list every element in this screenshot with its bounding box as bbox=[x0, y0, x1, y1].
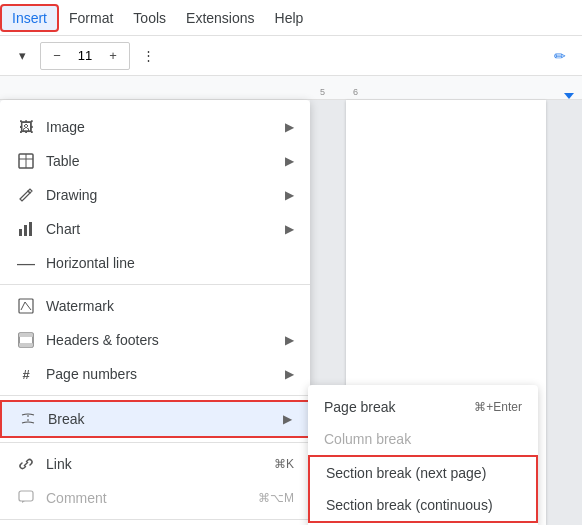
insert-link-label: Link bbox=[46, 456, 274, 472]
image-icon: 🖼 bbox=[16, 117, 36, 137]
menu-extensions[interactable]: Extensions bbox=[176, 6, 264, 30]
break-arrow: ▶ bbox=[283, 412, 292, 426]
insert-break-label: Break bbox=[48, 411, 283, 427]
svg-rect-3 bbox=[19, 229, 22, 236]
insert-chart[interactable]: Chart ▶ bbox=[0, 212, 310, 246]
link-icon bbox=[16, 454, 36, 474]
insert-hline-label: Horizontal line bbox=[46, 255, 294, 271]
svg-line-8 bbox=[25, 302, 31, 310]
insert-section-2: Watermark Headers & footers ▶ # Page num… bbox=[0, 285, 310, 396]
insert-drawing[interactable]: Drawing ▶ bbox=[0, 178, 310, 212]
svg-rect-10 bbox=[19, 333, 33, 337]
insert-section-1: 🖼 Image ▶ Table ▶ bbox=[0, 106, 310, 285]
break-icon bbox=[18, 409, 38, 429]
section-next-label: Section break (next page) bbox=[326, 465, 486, 481]
menu-tools[interactable]: Tools bbox=[123, 6, 176, 30]
break-section-continuous[interactable]: Section break (continuous) bbox=[308, 489, 538, 523]
image-arrow: ▶ bbox=[285, 120, 294, 134]
insert-headers-footers[interactable]: Headers & footers ▶ bbox=[0, 323, 310, 357]
insert-image[interactable]: 🖼 Image ▶ bbox=[0, 110, 310, 144]
toolbar-more[interactable]: ⋮ bbox=[134, 42, 162, 70]
insert-comment-label: Comment bbox=[46, 490, 258, 506]
ruler: 5 6 bbox=[0, 76, 582, 100]
table-icon bbox=[16, 151, 36, 171]
column-break-label: Column break bbox=[324, 431, 411, 447]
menu-format[interactable]: Format bbox=[59, 6, 123, 30]
menu-insert[interactable]: Insert bbox=[0, 4, 59, 32]
headers-footers-arrow: ▶ bbox=[285, 333, 294, 347]
break-section-next[interactable]: Section break (next page) bbox=[308, 455, 538, 489]
menu-bar: Insert Format Tools Extensions Help bbox=[0, 0, 582, 36]
ruler-mark-5: 5 bbox=[320, 87, 325, 97]
insert-drawing-label: Drawing bbox=[46, 187, 285, 203]
insert-comment-shortcut: ⌘⌥M bbox=[258, 491, 294, 505]
insert-page-numbers-label: Page numbers bbox=[46, 366, 285, 382]
svg-rect-11 bbox=[19, 343, 33, 347]
chart-icon bbox=[16, 219, 36, 239]
insert-watermark-label: Watermark bbox=[46, 298, 294, 314]
insert-image-label: Image bbox=[46, 119, 285, 135]
drawing-icon bbox=[16, 185, 36, 205]
toolbar: ▾ − 11 + ⋮ ✏ bbox=[0, 36, 582, 76]
headers-footers-icon bbox=[16, 330, 36, 350]
page-numbers-icon: # bbox=[16, 364, 36, 384]
insert-link[interactable]: Link ⌘K bbox=[0, 447, 310, 481]
ruler-arrow bbox=[564, 93, 574, 99]
svg-rect-6 bbox=[19, 299, 33, 313]
pencil-icon[interactable]: ✏ bbox=[546, 42, 574, 70]
page-numbers-arrow: ▶ bbox=[285, 367, 294, 381]
hline-icon: — bbox=[16, 253, 36, 273]
insert-break[interactable]: Break ▶ bbox=[0, 400, 310, 438]
font-size-increase[interactable]: + bbox=[99, 42, 127, 70]
insert-table[interactable]: Table ▶ bbox=[0, 144, 310, 178]
insert-watermark[interactable]: Watermark bbox=[0, 289, 310, 323]
insert-comment[interactable]: Comment ⌘⌥M bbox=[0, 481, 310, 515]
watermark-icon bbox=[16, 296, 36, 316]
break-page[interactable]: Page break ⌘+Enter bbox=[308, 391, 538, 423]
insert-section-3: Break ▶ bbox=[0, 396, 310, 443]
break-submenu: Page break ⌘+Enter Column break Section … bbox=[308, 385, 538, 525]
insert-page-numbers[interactable]: # Page numbers ▶ bbox=[0, 357, 310, 391]
font-size-decrease[interactable]: − bbox=[43, 42, 71, 70]
ruler-marks: 5 6 bbox=[320, 87, 358, 99]
comment-icon bbox=[16, 488, 36, 508]
insert-section-5: Bookmark Table of contents ▶ bbox=[0, 520, 310, 525]
table-arrow: ▶ bbox=[285, 154, 294, 168]
svg-rect-4 bbox=[24, 225, 27, 236]
svg-line-7 bbox=[21, 302, 25, 310]
insert-dropdown: 🖼 Image ▶ Table ▶ bbox=[0, 100, 310, 525]
section-continuous-label: Section break (continuous) bbox=[326, 497, 493, 513]
insert-chart-label: Chart bbox=[46, 221, 285, 237]
insert-link-shortcut: ⌘K bbox=[274, 457, 294, 471]
font-size-value[interactable]: 11 bbox=[71, 48, 99, 63]
toolbar-dropdown-arrow[interactable]: ▾ bbox=[8, 42, 36, 70]
break-column[interactable]: Column break bbox=[308, 423, 538, 455]
chart-arrow: ▶ bbox=[285, 222, 294, 236]
menu-help[interactable]: Help bbox=[265, 6, 314, 30]
page-break-label: Page break bbox=[324, 399, 396, 415]
font-size-box: − 11 + bbox=[40, 42, 130, 70]
page-break-shortcut: ⌘+Enter bbox=[474, 400, 522, 414]
svg-rect-5 bbox=[29, 222, 32, 236]
drawing-arrow: ▶ bbox=[285, 188, 294, 202]
insert-section-4: Link ⌘K Comment ⌘⌥M bbox=[0, 443, 310, 520]
ruler-mark-6: 6 bbox=[353, 87, 358, 97]
insert-table-label: Table bbox=[46, 153, 285, 169]
content-area: 🖼 Image ▶ Table ▶ bbox=[0, 100, 582, 525]
insert-headers-footers-label: Headers & footers bbox=[46, 332, 285, 348]
insert-hline[interactable]: — Horizontal line bbox=[0, 246, 310, 280]
svg-rect-13 bbox=[19, 491, 33, 501]
